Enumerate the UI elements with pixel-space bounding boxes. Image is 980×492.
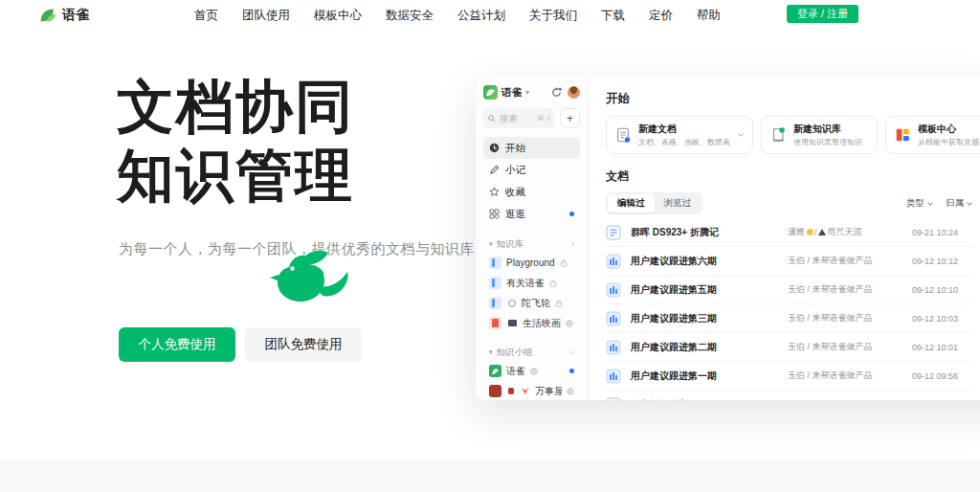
globe-icon: [566, 320, 573, 327]
sidebar-subitem[interactable]: 语雀: [483, 361, 580, 381]
section-title: 知识小组: [497, 347, 533, 359]
workspace-name: 语雀: [501, 86, 522, 100]
doc-title: 兔窝数据中心: [631, 398, 688, 400]
docs-tabs: 编辑过浏览过: [606, 192, 702, 214]
nav-link[interactable]: 公益计划: [457, 8, 505, 24]
doc-lines: [606, 397, 621, 400]
doc-title: 用户建议跟进第六期: [631, 255, 717, 268]
doc-time: 09-12 09:56: [912, 371, 958, 381]
sidebar-subitem[interactable]: 生活映画: [483, 313, 580, 333]
doc-bars: [606, 254, 621, 269]
workspace-switcher[interactable]: 语雀 ▾: [483, 85, 580, 100]
card-desc: 使用知识库整理知识: [793, 137, 862, 147]
sidebar-subitem[interactable]: 万事屋: [483, 381, 580, 400]
brand-name: 语雀: [62, 7, 89, 24]
section-arrow-icon: ›: [571, 239, 574, 249]
quick-card[interactable]: 新建文档文档、表格、画板、数据表: [606, 116, 753, 154]
card-desc: 从模板中获取灵感: [918, 137, 979, 147]
sidebar-subitem-label: 有关语雀: [506, 277, 545, 290]
nav-link[interactable]: 团队使用: [242, 8, 290, 24]
compass-icon: [489, 209, 500, 219]
docs-list: 群晖 DS923+ 折腾记潇雅 / 咫尺天涯09-21 10:24用户建议跟进第…: [606, 218, 971, 400]
doc-bars: [606, 282, 621, 298]
nav-link[interactable]: 关于我们: [529, 8, 577, 24]
globe-icon: [567, 388, 574, 395]
user-avatar[interactable]: [568, 86, 580, 99]
table-row[interactable]: 群晖 DS923+ 折腾记潇雅 / 咫尺天涯09-21 10:24: [606, 218, 971, 247]
search-input[interactable]: [500, 113, 530, 123]
sidebar-item[interactable]: 收藏: [483, 181, 580, 203]
tab[interactable]: 编辑过: [608, 194, 655, 212]
card-title: 模板中心: [918, 123, 979, 136]
kb-blue-icon: [489, 257, 501, 269]
login-register-button[interactable]: 登录 / 注册: [787, 5, 858, 23]
nav-link[interactable]: 首页: [194, 8, 218, 24]
sidebar-subitem-label: 万事屋: [535, 385, 562, 398]
doc-meta: 万事屋 / 大计: [788, 399, 876, 401]
sidebar-subitem-label: 语雀: [506, 365, 525, 378]
app-main: 开始 新建文档文档、表格、画板、数据表新建知识库使用知识库整理知识模板中心从模板…: [589, 77, 980, 400]
hero-title: 文档协同 知识管理: [117, 73, 354, 211]
table-row[interactable]: 兔窝数据中心万事屋 / 大计09-08 15:33: [606, 391, 971, 400]
table-row[interactable]: 用户建议跟进第一期玉伯 / 来帮语雀做产品09-12 09:56: [606, 362, 971, 391]
meta-text: 万事屋 /: [808, 399, 838, 401]
red-chip: [508, 388, 515, 394]
sidebar-subitem[interactable]: Playground: [483, 253, 580, 273]
sidebar-item[interactable]: 逛逛: [483, 203, 580, 225]
doc-lines: [606, 225, 621, 240]
new-button[interactable]: +: [560, 108, 580, 128]
new-doc-icon: [614, 126, 632, 144]
sidebar-item[interactable]: 开始: [483, 137, 580, 159]
sidebar-section: ▾知识库›Playground有关语雀陀飞轮生活映画: [483, 235, 580, 333]
sidebar-section: ▾知识小组›语雀万事屋Templates: [483, 344, 580, 400]
template-icon: [894, 126, 911, 144]
filter-dropdown[interactable]: 归属: [946, 197, 971, 210]
sidebar-subitem[interactable]: 有关语雀: [483, 273, 580, 293]
doc-title: 群晖 DS923+ 折腾记: [631, 226, 719, 239]
sidebar-item-label: 收藏: [505, 186, 525, 199]
grp-red-icon: [489, 385, 501, 397]
yuque-logo[interactable]: 语雀: [38, 7, 89, 25]
filter-dropdown[interactable]: 类型: [906, 197, 932, 210]
nav-link[interactable]: 帮助: [697, 8, 721, 24]
globe-icon: [530, 368, 538, 375]
doc-bars: [606, 340, 621, 355]
team-free-button[interactable]: 团队免费使用: [245, 327, 362, 362]
card-text: 新建文档文档、表格、画板、数据表: [638, 123, 730, 147]
meta-text: 玉伯 / 来帮语雀做产品: [788, 312, 873, 324]
card-text: 模板中心从模板中获取灵感: [918, 123, 979, 147]
quick-card[interactable]: 模板中心从模板中获取灵感: [885, 116, 980, 154]
doc-time: 09-12 10:03: [912, 314, 958, 324]
nav-link[interactable]: 定价: [649, 8, 673, 24]
section-header[interactable]: ▾知识小组›: [483, 344, 580, 361]
nav-links: 首页团队使用模板中心数据安全公益计划关于我们下载定价帮助: [194, 8, 721, 24]
sync-icon[interactable]: [551, 87, 562, 98]
table-row[interactable]: 用户建议跟进第二期玉伯 / 来帮语雀做产品09-12 10:01: [606, 333, 971, 362]
bird-illustration: [260, 249, 351, 314]
doc-meta: 玉伯 / 来帮语雀做产品: [788, 255, 873, 267]
cta-row: 个人免费使用 团队免费使用: [119, 327, 362, 362]
sidebar-item-label: 小记: [505, 164, 525, 177]
sidebar-search[interactable]: ⌘ J: [483, 108, 555, 128]
meta-text: 大计: [858, 399, 876, 401]
tab[interactable]: 浏览过: [655, 194, 702, 212]
meta-text: 玉伯 / 来帮语雀做产品: [788, 283, 873, 296]
card-desc: 文档、表格、画板、数据表: [638, 137, 730, 147]
nav-link[interactable]: 数据安全: [386, 8, 434, 24]
section-header[interactable]: ▾知识库›: [483, 235, 580, 253]
nav-link[interactable]: 模板中心: [314, 8, 362, 24]
sidebar-item[interactable]: 小记: [483, 159, 580, 181]
personal-free-button[interactable]: 个人免费使用: [119, 327, 235, 362]
table-row[interactable]: 用户建议跟进第六期玉伯 / 来帮语雀做产品09-12 10:12: [606, 247, 971, 276]
chevron-down-icon[interactable]: [737, 131, 745, 139]
card-title: 新建知识库: [793, 123, 862, 136]
sidebar-item-label: 逛逛: [505, 208, 525, 221]
sidebar-subitem[interactable]: 陀飞轮: [483, 293, 580, 313]
sidebar-sections: ▾知识库›Playground有关语雀陀飞轮生活映画▾知识小组›语雀万事屋Tem…: [483, 235, 580, 400]
table-row[interactable]: 用户建议跟进第三期玉伯 / 来帮语雀做产品09-12 10:03: [606, 304, 971, 333]
table-row[interactable]: 用户建议跟进第五期玉伯 / 来帮语雀做产品09-12 10:10: [606, 276, 971, 304]
footer-strip: [0, 459, 980, 492]
nav-link[interactable]: 下载: [601, 8, 625, 24]
meta-text: 玉伯 / 来帮语雀做产品: [788, 369, 873, 382]
quick-card[interactable]: 新建知识库使用知识库整理知识: [761, 116, 878, 154]
